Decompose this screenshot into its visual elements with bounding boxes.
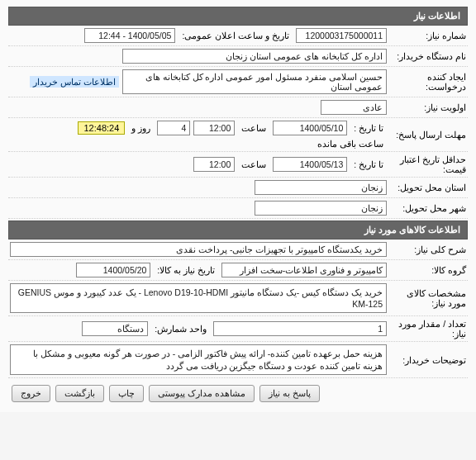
need-number-label: شماره نیاز:	[390, 31, 466, 40]
price-validity-label: حداقل تاریخ اعتبار قیمت:	[390, 154, 466, 174]
delivery-province-label: استان محل تحویل:	[390, 183, 466, 192]
deadline-date: 1400/05/10	[273, 121, 347, 135]
delivery-province-value: زنجان	[255, 180, 387, 195]
days-remaining-count: 4	[157, 121, 190, 135]
priority-value: عادی	[321, 100, 387, 115]
countdown-timer: 12:48:24	[78, 121, 125, 135]
need-info-header: اطلاعات نیاز	[8, 7, 468, 26]
price-validity-to-date-label: تا تاریخ :	[350, 159, 387, 169]
price-validity-date: 1400/05/13	[273, 157, 347, 172]
buyer-value: اداره کل کتابخانه های عمومی استان زنجان	[122, 49, 387, 64]
view-attachments-button[interactable]: مشاهده مدارک پیوستی	[149, 385, 255, 402]
goods-group-label: گروه کالا:	[390, 265, 466, 275]
deadline-label: مهلت ارسال پاسخ:	[390, 130, 466, 140]
need-desc-label: شرح کلی نیاز:	[390, 244, 466, 254]
buyer-notes-value: هزینه حمل برعهده تامین کننده- ارائه پیش …	[10, 344, 387, 374]
exit-button[interactable]: خروج	[12, 385, 50, 402]
buyer-notes-label: توضیحات خریدار:	[390, 355, 466, 365]
qty-label: تعداد / مقدار مورد نیاز:	[390, 319, 466, 339]
deadline-time: 12:00	[193, 121, 235, 135]
buyer-label: نام دستگاه خریدار:	[390, 51, 466, 61]
deadline-time-label: ساعت	[238, 123, 269, 133]
priority-label: اولویت نیاز:	[390, 102, 466, 112]
qty-value: 1	[213, 321, 387, 336]
unit-label: واحد شمارش:	[151, 324, 210, 334]
goods-info-header: اطلاعات کالاهای مورد نیاز	[8, 221, 468, 239]
goods-spec-value: خرید یک دستگاه کیس -یک دستگاه مانیتور Le…	[10, 283, 387, 313]
respond-button[interactable]: پاسخ به نیاز	[259, 385, 320, 402]
need-number-value: 1200003175000011	[296, 28, 387, 43]
price-validity-time: 12:00	[193, 157, 235, 172]
days-word: روز و	[128, 123, 154, 133]
need-desc-value: خرید یکدستگاه کامپیوتر با تجهیزات جانبی-…	[10, 242, 387, 257]
buyer-contact-link[interactable]: اطلاعات تماس خریدار	[30, 76, 119, 88]
requester-label: ایجاد کننده درخواست:	[390, 72, 466, 92]
need-until-value: 1400/05/20	[76, 263, 150, 277]
unit-value: دستگاه	[82, 321, 148, 336]
goods-group-value: کامپیوتر و فناوری اطلاعات-سخت افزار	[221, 263, 387, 277]
delivery-city-value: زنجان	[255, 201, 387, 216]
goods-spec-label: مشخصات کالای مورد نیاز:	[390, 288, 466, 308]
action-bar: پاسخ به نیاز مشاهده مدارک پیوستی چاپ باز…	[8, 378, 468, 402]
remaining-suffix: ساعت باقی مانده	[314, 139, 387, 149]
need-until-label: تاریخ نیاز به کالا:	[154, 265, 218, 275]
print-button[interactable]: چاپ	[109, 385, 144, 402]
price-validity-time-label: ساعت	[238, 159, 269, 169]
announce-datetime-value: 1400/05/05 - 12:44	[84, 28, 175, 43]
requester-value: حسین اسلامی منفرد مسئول امور عمومی اداره…	[122, 69, 387, 94]
deadline-to-date-label: تا تاریخ :	[350, 123, 387, 133]
announce-datetime-label: تاریخ و ساعت اعلان عمومی:	[178, 31, 293, 40]
back-button[interactable]: بازگشت	[55, 385, 104, 402]
delivery-city-label: شهر محل تحویل:	[390, 203, 466, 213]
